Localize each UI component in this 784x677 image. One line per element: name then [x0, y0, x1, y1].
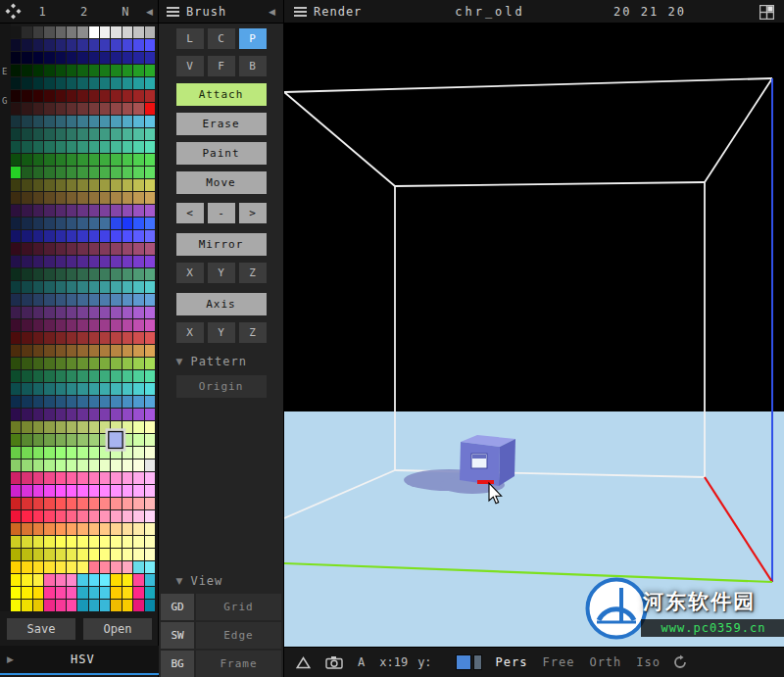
- palette-swatch[interactable]: [89, 383, 99, 395]
- palette-swatch[interactable]: [145, 65, 155, 76]
- palette-swatch[interactable]: [133, 383, 143, 395]
- palette-swatch[interactable]: [100, 218, 110, 229]
- move-button[interactable]: Move: [176, 171, 267, 194]
- palette-swatch[interactable]: [44, 230, 54, 242]
- palette-swatch[interactable]: [67, 192, 76, 204]
- palette-swatch[interactable]: [77, 434, 87, 446]
- palette-swatch[interactable]: [77, 77, 87, 89]
- edge-toggle[interactable]: Edge: [196, 622, 281, 649]
- palette-swatch[interactable]: [33, 77, 43, 89]
- palette-swatch[interactable]: [145, 103, 155, 115]
- palette-swatch[interactable]: [145, 498, 155, 509]
- palette-swatch[interactable]: [22, 116, 31, 127]
- palette-swatch[interactable]: [22, 396, 31, 408]
- palette-page-2-button[interactable]: 2: [80, 5, 87, 19]
- palette-swatch[interactable]: [67, 434, 76, 446]
- palette-swatch[interactable]: [89, 281, 99, 293]
- palette-swatch[interactable]: [33, 243, 43, 255]
- palette-swatch[interactable]: [111, 256, 121, 267]
- palette-swatch[interactable]: [145, 90, 155, 102]
- palette-swatch[interactable]: [89, 256, 99, 267]
- palette-swatch[interactable]: [77, 116, 87, 127]
- palette-swatch[interactable]: [89, 90, 99, 102]
- palette-swatch[interactable]: [100, 485, 110, 497]
- palette-swatch[interactable]: [145, 154, 155, 166]
- palette-swatch[interactable]: [111, 65, 121, 76]
- palette-swatch[interactable]: [145, 510, 155, 522]
- active-color-chip[interactable]: [456, 654, 471, 670]
- palette-swatch[interactable]: [33, 370, 43, 382]
- palette-swatch[interactable]: [145, 205, 155, 217]
- palette-swatch[interactable]: [33, 90, 43, 102]
- palette-swatch[interactable]: [44, 409, 54, 420]
- palette-swatch[interactable]: [122, 179, 132, 191]
- palette-swatch[interactable]: [67, 319, 76, 331]
- palette-swatch[interactable]: [33, 103, 43, 115]
- palette-swatch[interactable]: [111, 510, 121, 522]
- palette-swatch[interactable]: [111, 294, 121, 306]
- palette-swatch[interactable]: [122, 154, 132, 166]
- palette-swatch[interactable]: [11, 319, 21, 331]
- paint-button[interactable]: Paint: [176, 142, 267, 165]
- next-button[interactable]: >: [239, 203, 267, 223]
- palette-swatch[interactable]: [22, 600, 31, 611]
- mirror-x-button[interactable]: X: [176, 263, 204, 283]
- palette-swatch[interactable]: [67, 154, 76, 166]
- palette-swatch[interactable]: [145, 383, 155, 395]
- palette-swatch[interactable]: [56, 370, 66, 382]
- palette-swatch[interactable]: [77, 421, 87, 433]
- palette-swatch[interactable]: [44, 523, 54, 535]
- palette-swatch[interactable]: [133, 498, 143, 509]
- palette-swatch[interactable]: [133, 90, 143, 102]
- palette-swatch[interactable]: [89, 434, 99, 446]
- palette-swatch[interactable]: [67, 370, 76, 382]
- palette-swatch[interactable]: [133, 243, 143, 255]
- palette-swatch[interactable]: [44, 26, 54, 38]
- palette-swatch[interactable]: [145, 574, 155, 586]
- palette-swatch[interactable]: [67, 141, 76, 153]
- palette-swatch[interactable]: [145, 345, 155, 357]
- palette-swatch[interactable]: [133, 77, 143, 89]
- palette-swatch[interactable]: [145, 294, 155, 306]
- palette-swatch[interactable]: [111, 447, 121, 459]
- palette-swatch[interactable]: [133, 116, 143, 127]
- palette-swatch[interactable]: [67, 536, 76, 548]
- gd-button[interactable]: GD: [161, 594, 194, 620]
- palette-swatch[interactable]: [111, 332, 121, 344]
- palette-swatch[interactable]: [77, 409, 87, 420]
- palette-swatch[interactable]: [122, 307, 132, 318]
- palette-swatch[interactable]: [56, 345, 66, 357]
- palette-swatch[interactable]: [22, 294, 31, 306]
- palette-swatch[interactable]: [67, 243, 76, 255]
- palette-swatch[interactable]: [67, 345, 76, 357]
- palette-swatch[interactable]: [56, 167, 66, 178]
- palette-swatch[interactable]: [89, 294, 99, 306]
- palette-swatch[interactable]: [89, 549, 99, 560]
- palette-swatch[interactable]: [56, 358, 66, 369]
- palette-swatch[interactable]: [67, 485, 76, 497]
- palette-swatch[interactable]: [89, 218, 99, 229]
- palette-swatch[interactable]: [44, 281, 54, 293]
- palette-swatch[interactable]: [100, 447, 110, 459]
- palette-swatch[interactable]: [56, 154, 66, 166]
- palette-swatch[interactable]: [145, 600, 155, 611]
- palette-swatch[interactable]: [77, 218, 87, 229]
- palette-swatch[interactable]: [56, 332, 66, 344]
- mode-line-button[interactable]: L: [176, 28, 204, 49]
- palette-swatch[interactable]: [110, 432, 123, 448]
- palette-swatch[interactable]: [89, 179, 99, 191]
- palette-swatch[interactable]: [89, 103, 99, 115]
- palette-swatch[interactable]: [33, 345, 43, 357]
- palette-swatch[interactable]: [100, 383, 110, 395]
- palette-swatch[interactable]: [44, 154, 54, 166]
- palette-swatch[interactable]: [100, 536, 110, 548]
- palette-swatch[interactable]: [22, 485, 31, 497]
- palette-swatch[interactable]: [11, 472, 21, 484]
- palette-swatch[interactable]: [67, 523, 76, 535]
- palette-swatch[interactable]: [122, 332, 132, 344]
- palette-swatch[interactable]: [145, 447, 155, 459]
- palette-swatch[interactable]: [100, 39, 110, 51]
- ground-toggle-icon[interactable]: [296, 656, 311, 669]
- palette-swatch[interactable]: [11, 459, 21, 471]
- palette-swatch[interactable]: [133, 600, 143, 611]
